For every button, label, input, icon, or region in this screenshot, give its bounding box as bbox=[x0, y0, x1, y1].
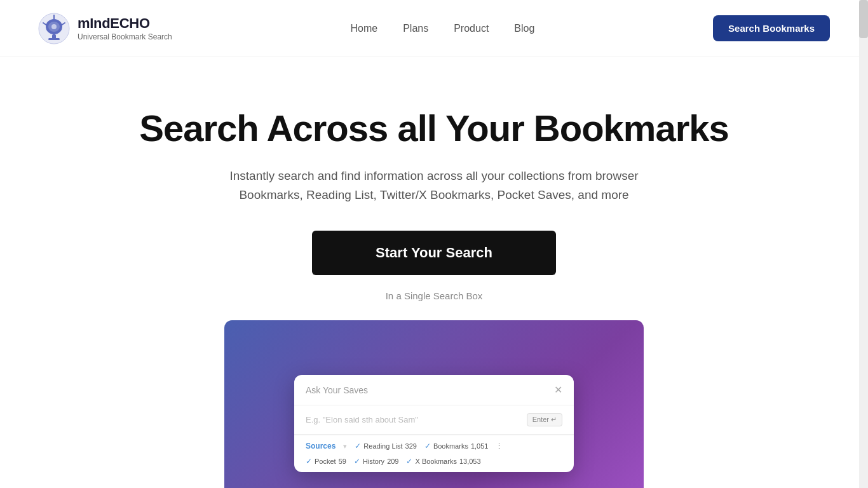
preview-container: Ask Your Saves ✕ E.g. "Elon said sth abo… bbox=[224, 320, 644, 488]
source-x-bookmarks-count: 13,053 bbox=[459, 458, 481, 465]
svg-point-3 bbox=[51, 24, 57, 29]
hero-subtitle-line2: Bookmarks, Reading List, Twitter/X Bookm… bbox=[239, 188, 628, 201]
navbar: mIndECHO Universal Bookmark Search Home … bbox=[0, 0, 868, 57]
nav-item-product[interactable]: Product bbox=[454, 23, 489, 34]
logo-name: mIndECHO bbox=[78, 15, 172, 32]
scrollbar[interactable] bbox=[859, 0, 868, 488]
cta-area: Start Your Search In a Single Search Box bbox=[38, 231, 830, 301]
source-pocket: ✓ Pocket 59 bbox=[306, 457, 346, 466]
close-icon[interactable]: ✕ bbox=[554, 384, 562, 396]
scrollbar-thumb[interactable] bbox=[859, 0, 868, 38]
enter-button[interactable]: Enter ↵ bbox=[527, 413, 562, 426]
source-bookmarks-count: 1,051 bbox=[471, 442, 489, 450]
search-placeholder: E.g. "Elon said sth about Sam" bbox=[306, 415, 418, 424]
sources-bar: Sources ▾ ✓ Reading List 329 ✓ Bookmarks… bbox=[294, 435, 574, 457]
svg-rect-8 bbox=[48, 38, 60, 40]
search-modal: Ask Your Saves ✕ E.g. "Elon said sth abo… bbox=[294, 375, 574, 472]
source-x-bookmarks: ✓ X Bookmarks 13,053 bbox=[406, 457, 480, 466]
search-modal-input-row: E.g. "Elon said sth about Sam" Enter ↵ bbox=[294, 405, 574, 435]
hero-subtitle-line1: Instantly search and find information ac… bbox=[229, 169, 638, 182]
logo-icon bbox=[38, 13, 70, 44]
more-options-icon[interactable]: ⋮ bbox=[496, 442, 503, 451]
search-bookmarks-button[interactable]: Search Bookmarks bbox=[713, 15, 830, 41]
logo-area: mIndECHO Universal Bookmark Search bbox=[38, 13, 172, 44]
sources-bar-2: ✓ Pocket 59 ✓ History 209 ✓ X Bookmarks … bbox=[294, 457, 574, 472]
search-modal-header: Ask Your Saves ✕ bbox=[294, 375, 574, 405]
logo-tagline: Universal Bookmark Search bbox=[78, 32, 172, 41]
source-history-name: History bbox=[363, 458, 384, 465]
source-x-bookmarks-name: X Bookmarks bbox=[415, 458, 456, 465]
source-bookmarks: ✓ Bookmarks 1,051 bbox=[424, 442, 489, 451]
source-history-count: 209 bbox=[387, 458, 398, 465]
source-reading-list: ✓ Reading List 329 bbox=[355, 442, 417, 451]
source-reading-list-count: 329 bbox=[405, 442, 417, 450]
nav-item-plans[interactable]: Plans bbox=[403, 23, 428, 34]
cta-subtitle: In a Single Search Box bbox=[38, 290, 830, 301]
sources-label: Sources bbox=[306, 442, 336, 451]
source-pocket-name: Pocket bbox=[315, 458, 336, 465]
nav-links: Home Plans Product Blog bbox=[350, 23, 534, 34]
nav-item-home[interactable]: Home bbox=[350, 23, 377, 34]
hero-subtitle: Instantly search and find information ac… bbox=[218, 166, 650, 205]
hero-section: Search Across all Your Bookmarks Instant… bbox=[0, 57, 868, 488]
nav-item-blog[interactable]: Blog bbox=[514, 23, 534, 34]
source-pocket-count: 59 bbox=[339, 458, 346, 465]
search-modal-title: Ask Your Saves bbox=[306, 385, 368, 395]
source-bookmarks-name: Bookmarks bbox=[433, 442, 468, 450]
source-reading-list-name: Reading List bbox=[363, 442, 402, 450]
hero-title: Search Across all Your Bookmarks bbox=[38, 108, 830, 149]
logo-text-block: mIndECHO Universal Bookmark Search bbox=[78, 15, 172, 41]
start-search-button[interactable]: Start Your Search bbox=[312, 231, 556, 275]
source-history: ✓ History 209 bbox=[354, 457, 399, 466]
